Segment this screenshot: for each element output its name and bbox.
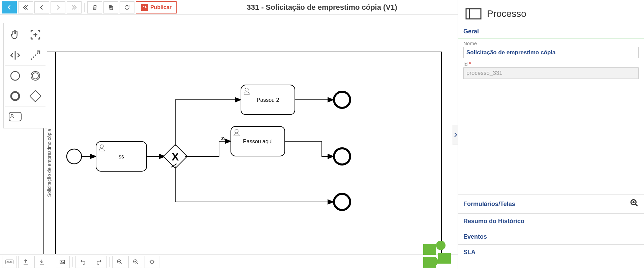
zoom-out-button[interactable]	[128, 256, 143, 268]
exclusive-gateway[interactable]: X	[163, 145, 187, 169]
accordion-history[interactable]: Resumo do Histórico	[458, 213, 644, 229]
magnifier-icon	[630, 199, 639, 209]
panel-collapse-handle[interactable]	[453, 125, 458, 145]
accordion-events[interactable]: Eventos	[458, 229, 644, 244]
svg-text:Passou aqui: Passou aqui	[243, 139, 273, 144]
chevron-left-icon	[39, 4, 45, 10]
accordion-sla[interactable]: SLA	[458, 244, 644, 260]
zoom-in-button[interactable]	[112, 256, 127, 268]
task-passou-aqui[interactable]: Passou aqui	[231, 126, 285, 156]
first-button[interactable]	[18, 1, 33, 13]
gateway-icon	[30, 90, 41, 102]
last-button[interactable]	[67, 1, 82, 13]
pool-label: Solicitação de emprestimo cópia	[47, 129, 52, 197]
svg-rect-31	[466, 9, 481, 19]
chevron-left-icon	[6, 4, 12, 10]
delete-button[interactable]	[87, 1, 102, 13]
id-input	[463, 67, 639, 79]
toolbar-separator	[109, 257, 110, 267]
svg-text:ss: ss	[119, 154, 124, 159]
download-button[interactable]	[34, 256, 49, 268]
svg-point-30	[150, 260, 154, 264]
double-chevron-right-icon	[71, 4, 77, 10]
trash-icon	[92, 4, 98, 10]
double-chevron-left-icon	[23, 4, 29, 10]
copy-button[interactable]	[103, 1, 118, 13]
panel-header: Processo	[458, 0, 644, 25]
next-button[interactable]	[51, 1, 65, 13]
user-task-tool[interactable]	[5, 107, 25, 127]
svg-text:Passou 2: Passou 2	[257, 97, 279, 103]
diagram-canvas[interactable]: ss X Passou 2 ss	[0, 15, 458, 254]
svg-point-5	[11, 92, 19, 100]
undo-icon	[80, 259, 86, 265]
toolbar-separator	[52, 257, 52, 267]
process-icon	[465, 8, 482, 20]
back-button[interactable]	[2, 1, 17, 13]
refresh-button[interactable]	[120, 1, 134, 13]
bottom-toolbar: XML	[0, 254, 458, 269]
upload-button[interactable]	[18, 256, 33, 268]
tool-palette	[3, 23, 47, 128]
toolbar-separator	[84, 3, 85, 12]
start-event-tool[interactable]	[5, 66, 25, 86]
svg-text:X: X	[172, 151, 179, 163]
accordion-forms[interactable]: Formulários/Telas	[458, 194, 644, 213]
global-connect-tool[interactable]	[25, 45, 45, 65]
svg-text:ss: ss	[221, 135, 225, 141]
svg-point-2	[11, 71, 20, 80]
refresh-icon	[124, 4, 130, 10]
publish-label: Publicar	[150, 4, 172, 10]
user-task-icon	[8, 112, 22, 122]
undo-button[interactable]	[75, 256, 90, 268]
section-general: Geral	[458, 25, 644, 38]
zoom-fit-button[interactable]	[145, 256, 159, 268]
hand-icon	[9, 29, 21, 40]
intermediate-event-tool[interactable]	[25, 66, 45, 86]
upload-icon	[23, 259, 29, 265]
lasso-icon	[30, 29, 41, 40]
start-event-icon	[9, 70, 21, 82]
end-event-icon	[9, 90, 21, 102]
intermediate-event-icon	[30, 70, 41, 82]
zoom-in-icon	[117, 259, 123, 265]
end-event-tool[interactable]	[5, 86, 25, 106]
end-event-3[interactable]	[334, 194, 350, 210]
nome-input[interactable]	[463, 47, 639, 58]
publish-button[interactable]: Publicar	[136, 1, 177, 13]
task-passou-2[interactable]: Passou 2	[241, 85, 295, 115]
redo-button[interactable]	[92, 256, 106, 268]
target-icon	[149, 259, 155, 265]
hand-tool[interactable]	[5, 25, 25, 45]
panel-title: Processo	[487, 8, 526, 19]
properties-panel: Processo Geral Nome Id* Formulários/Tela…	[458, 0, 644, 269]
id-label: Id*	[463, 61, 639, 67]
svg-rect-1	[109, 5, 112, 8]
download-icon	[39, 259, 45, 265]
redo-icon	[96, 259, 102, 265]
copy-icon	[108, 4, 114, 10]
space-tool[interactable]	[5, 45, 25, 65]
image-icon	[59, 259, 65, 265]
chevron-right-icon	[454, 132, 457, 137]
svg-rect-7	[9, 112, 21, 121]
prev-button[interactable]	[34, 1, 49, 13]
xml-icon: XML	[5, 260, 14, 264]
task-ss[interactable]: ss	[96, 142, 147, 171]
image-button[interactable]	[55, 256, 70, 268]
end-event-2[interactable]	[334, 148, 350, 165]
xml-button[interactable]: XML	[2, 256, 17, 268]
end-event-1[interactable]	[334, 92, 350, 108]
start-event[interactable]	[67, 149, 82, 164]
chevron-right-icon	[55, 4, 61, 10]
toolbar-separator	[72, 257, 73, 267]
svg-point-4	[32, 73, 38, 79]
lasso-tool[interactable]	[25, 25, 45, 45]
gateway-tool[interactable]	[25, 86, 45, 106]
svg-rect-26	[60, 260, 65, 264]
nome-label: Nome	[463, 40, 639, 46]
publish-icon	[141, 4, 148, 11]
svg-rect-6	[30, 90, 41, 102]
zoom-out-icon	[133, 259, 139, 265]
svg-point-8	[11, 114, 13, 116]
